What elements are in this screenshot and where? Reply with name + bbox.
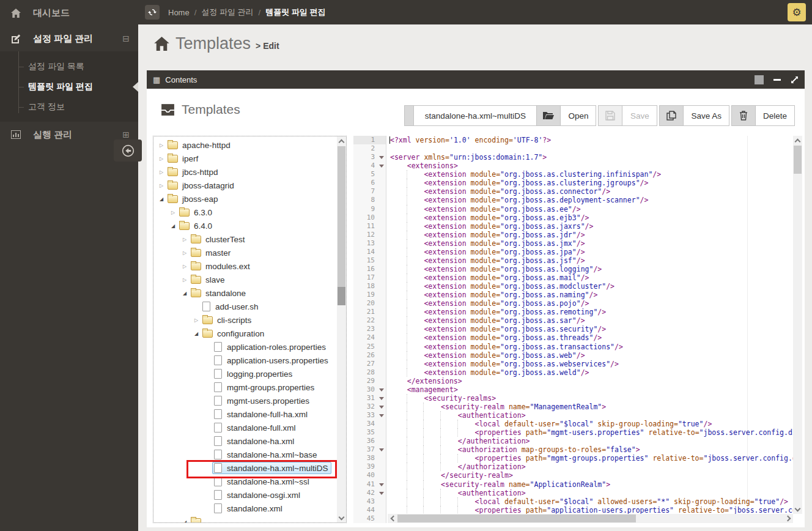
tree-node-box[interactable]: standalone-full.xml: [212, 421, 300, 434]
tree-expand-icon[interactable]: ▷: [169, 210, 177, 215]
tree-node-box[interactable]: standalone.xml: [212, 502, 286, 514]
tree-node-box[interactable]: iperf: [166, 152, 202, 165]
editor-vscrollbar-thumb[interactable]: [794, 146, 802, 174]
tree-expand-icon[interactable]: ▷: [192, 317, 201, 323]
save-icon-button[interactable]: [598, 105, 622, 126]
fold-toggle-icon[interactable]: [379, 483, 384, 486]
tree-node-box[interactable]: logging.properties: [212, 368, 296, 380]
tree-node[interactable]: ◢6.4.0: [153, 219, 337, 232]
tree-node-box[interactable]: clusterTest: [189, 233, 249, 245]
save-button[interactable]: Save: [622, 105, 657, 126]
tree-node[interactable]: ◢: [153, 515, 337, 523]
tree-node[interactable]: mgmt-users.properties: [153, 394, 337, 407]
panel-swatch-button[interactable]: [755, 75, 764, 84]
editor-vertical-scrollbar[interactable]: [793, 136, 802, 514]
tree-node-box[interactable]: mgmt-groups.properties: [212, 381, 318, 393]
editor-code-area[interactable]: <?xml version='1.0' encoding='UTF-8'?><s…: [387, 136, 793, 523]
tree-node-box[interactable]: standalone: [189, 287, 249, 299]
tree-node[interactable]: standalone-osgi.xml: [153, 488, 337, 502]
fold-toggle-icon[interactable]: [379, 448, 384, 451]
editor-horizontal-scrollbar[interactable]: [388, 514, 793, 523]
gutter-line-number[interactable]: 32: [353, 403, 386, 411]
fold-toggle-icon[interactable]: [379, 492, 384, 495]
tree-node[interactable]: ◢configuration: [153, 327, 337, 340]
tree-expand-icon[interactable]: ▷: [157, 183, 166, 188]
tree-vertical-scrollbar[interactable]: [337, 136, 346, 522]
scroll-down-arrow[interactable]: [793, 505, 802, 514]
sidebar-item-customer-info[interactable]: 고객 정보: [0, 97, 138, 117]
gutter-line-number[interactable]: 4: [353, 162, 386, 170]
fold-toggle-icon[interactable]: [379, 397, 384, 400]
tree-scrollbar-thumb-dark[interactable]: [338, 287, 345, 305]
tree-expand-icon[interactable]: ▷: [180, 250, 189, 256]
tree-node[interactable]: standalone-full-ha.xml: [153, 407, 337, 421]
open-file-icon-button[interactable]: [536, 105, 561, 126]
tree-node-box[interactable]: application-users.properties: [212, 354, 332, 366]
tree-expand-icon[interactable]: ▷: [157, 143, 166, 148]
sidebar-item-config-file-mgmt[interactable]: 설정 파일 관리 ⊟: [0, 26, 138, 51]
delete-button[interactable]: Delete: [755, 105, 795, 126]
tree-node-box[interactable]: slave: [189, 273, 229, 286]
tree-node[interactable]: standalone-ha.xml~ssl: [153, 475, 337, 488]
tree-expand-icon[interactable]: ▷: [180, 277, 189, 283]
menu-collapse-icon[interactable]: ⊟: [122, 34, 130, 43]
scroll-down-arrow[interactable]: [337, 513, 346, 522]
tree-node[interactable]: standalone-ha.xml~multiDS: [153, 461, 337, 475]
tree-node-box[interactable]: cli-scripts: [201, 314, 255, 326]
selected-tree-node[interactable]: standalone-ha.xml~multiDS: [212, 462, 331, 474]
tree-node[interactable]: ▷iperf: [153, 152, 337, 165]
tree-node[interactable]: ▷modules.ext: [153, 259, 337, 273]
panel-expand-button[interactable]: [791, 76, 799, 84]
tree-node-box[interactable]: 6.3.0: [177, 206, 216, 218]
tree-node[interactable]: application-users.properties: [153, 354, 337, 367]
fold-toggle-icon[interactable]: [379, 406, 384, 409]
tree-node[interactable]: ▷apache-httpd: [153, 138, 337, 152]
tree-node-box[interactable]: master: [189, 247, 234, 259]
tree-node[interactable]: ▷jbcs-httpd: [153, 165, 337, 179]
tree-node-box[interactable]: apache-httpd: [166, 139, 234, 151]
tree-node-box[interactable]: modules.ext: [189, 260, 254, 272]
gutter-line-number[interactable]: 3: [353, 153, 386, 162]
gutter-line-number[interactable]: 31: [353, 394, 386, 403]
tree-node[interactable]: standalone-ha.xml: [153, 434, 337, 448]
tree-node-box[interactable]: 6.4.0: [177, 220, 216, 232]
sidebar-collapse-button[interactable]: [114, 139, 142, 162]
gutter-line-number[interactable]: 41: [353, 480, 386, 489]
tree-node-box[interactable]: [189, 516, 209, 523]
tree-node-box[interactable]: standalone-full-ha.xml: [212, 408, 311, 420]
tree-node[interactable]: ▷cli-scripts: [153, 313, 337, 327]
save-as-button[interactable]: Save As: [683, 105, 729, 126]
tree-node[interactable]: ▷6.3.0: [153, 206, 337, 219]
breadcrumb-config-file-mgmt[interactable]: 설정 파일 관리: [201, 7, 253, 18]
tree-expand-icon[interactable]: ▷: [180, 264, 189, 269]
tree-node-box[interactable]: jbcs-httpd: [166, 166, 222, 178]
tree-node[interactable]: mgmt-groups.properties: [153, 381, 337, 394]
tree-node[interactable]: ▷clusterTest: [153, 232, 337, 246]
tree-node[interactable]: ◢standalone: [153, 286, 337, 300]
tree-node[interactable]: application-roles.properties: [153, 340, 337, 354]
open-button[interactable]: Open: [560, 105, 596, 126]
fold-toggle-icon[interactable]: [379, 156, 384, 159]
tree-node[interactable]: ▷master: [153, 246, 337, 259]
panel-minimize-button[interactable]: [773, 79, 781, 81]
tree-node-box[interactable]: mgmt-users.properties: [212, 395, 313, 407]
sidebar-item-config-file-list[interactable]: 설정 파일 목록: [0, 56, 138, 76]
gutter-line-number[interactable]: 30: [353, 385, 386, 394]
fold-toggle-icon[interactable]: [379, 165, 384, 168]
gutter-line-number[interactable]: 33: [353, 411, 386, 420]
settings-button[interactable]: ⚙: [788, 3, 806, 21]
tree-node-box[interactable]: configuration: [201, 327, 268, 340]
tree-node-box[interactable]: application-roles.properties: [212, 341, 330, 353]
fold-toggle-icon[interactable]: [379, 414, 384, 417]
tree-expand-icon[interactable]: ▷: [157, 169, 166, 175]
save-as-icon-button[interactable]: [659, 105, 684, 126]
tree-collapse-icon[interactable]: ◢: [192, 331, 201, 336]
scroll-left-arrow[interactable]: [388, 514, 397, 523]
scroll-right-arrow[interactable]: [784, 514, 793, 523]
gutter-line-number[interactable]: 42: [353, 489, 386, 497]
tree-node[interactable]: standalone-ha.xml~base: [153, 448, 337, 461]
tree-node-box[interactable]: jboss-datagrid: [166, 179, 238, 191]
tree-node-box[interactable]: add-user.sh: [201, 300, 262, 313]
editor-hscrollbar-thumb[interactable]: [397, 514, 636, 522]
tree-collapse-icon[interactable]: ◢: [157, 196, 166, 202]
